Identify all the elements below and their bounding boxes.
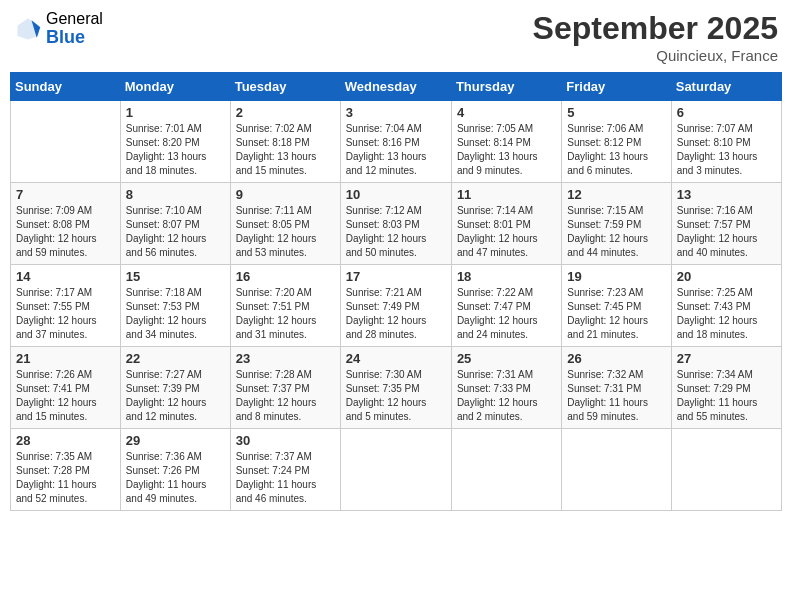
day-info: Sunrise: 7:06 AM Sunset: 8:12 PM Dayligh… xyxy=(567,122,665,178)
day-number: 18 xyxy=(457,269,556,284)
logo-text: General Blue xyxy=(46,10,103,47)
day-cell: 2Sunrise: 7:02 AM Sunset: 8:18 PM Daylig… xyxy=(230,101,340,183)
day-number: 27 xyxy=(677,351,776,366)
day-number: 26 xyxy=(567,351,665,366)
day-number: 22 xyxy=(126,351,225,366)
day-number: 19 xyxy=(567,269,665,284)
logo-icon xyxy=(14,15,42,43)
day-info: Sunrise: 7:20 AM Sunset: 7:51 PM Dayligh… xyxy=(236,286,335,342)
col-header-wednesday: Wednesday xyxy=(340,73,451,101)
day-info: Sunrise: 7:05 AM Sunset: 8:14 PM Dayligh… xyxy=(457,122,556,178)
day-number: 13 xyxy=(677,187,776,202)
day-info: Sunrise: 7:22 AM Sunset: 7:47 PM Dayligh… xyxy=(457,286,556,342)
day-cell: 29Sunrise: 7:36 AM Sunset: 7:26 PM Dayli… xyxy=(120,429,230,511)
day-number: 16 xyxy=(236,269,335,284)
day-cell: 7Sunrise: 7:09 AM Sunset: 8:08 PM Daylig… xyxy=(11,183,121,265)
day-cell xyxy=(451,429,561,511)
week-row-4: 21Sunrise: 7:26 AM Sunset: 7:41 PM Dayli… xyxy=(11,347,782,429)
day-info: Sunrise: 7:25 AM Sunset: 7:43 PM Dayligh… xyxy=(677,286,776,342)
day-info: Sunrise: 7:17 AM Sunset: 7:55 PM Dayligh… xyxy=(16,286,115,342)
day-cell: 4Sunrise: 7:05 AM Sunset: 8:14 PM Daylig… xyxy=(451,101,561,183)
day-cell: 8Sunrise: 7:10 AM Sunset: 8:07 PM Daylig… xyxy=(120,183,230,265)
day-cell: 17Sunrise: 7:21 AM Sunset: 7:49 PM Dayli… xyxy=(340,265,451,347)
day-info: Sunrise: 7:30 AM Sunset: 7:35 PM Dayligh… xyxy=(346,368,446,424)
day-number: 28 xyxy=(16,433,115,448)
day-info: Sunrise: 7:31 AM Sunset: 7:33 PM Dayligh… xyxy=(457,368,556,424)
day-number: 11 xyxy=(457,187,556,202)
day-number: 29 xyxy=(126,433,225,448)
day-cell: 19Sunrise: 7:23 AM Sunset: 7:45 PM Dayli… xyxy=(562,265,671,347)
day-number: 10 xyxy=(346,187,446,202)
day-cell xyxy=(671,429,781,511)
col-header-friday: Friday xyxy=(562,73,671,101)
logo: General Blue xyxy=(14,10,103,47)
day-info: Sunrise: 7:15 AM Sunset: 7:59 PM Dayligh… xyxy=(567,204,665,260)
day-info: Sunrise: 7:04 AM Sunset: 8:16 PM Dayligh… xyxy=(346,122,446,178)
col-header-sunday: Sunday xyxy=(11,73,121,101)
logo-general: General xyxy=(46,10,103,28)
day-cell: 5Sunrise: 7:06 AM Sunset: 8:12 PM Daylig… xyxy=(562,101,671,183)
day-info: Sunrise: 7:01 AM Sunset: 8:20 PM Dayligh… xyxy=(126,122,225,178)
day-cell xyxy=(11,101,121,183)
week-row-5: 28Sunrise: 7:35 AM Sunset: 7:28 PM Dayli… xyxy=(11,429,782,511)
day-number: 24 xyxy=(346,351,446,366)
calendar: SundayMondayTuesdayWednesdayThursdayFrid… xyxy=(10,72,782,511)
day-info: Sunrise: 7:28 AM Sunset: 7:37 PM Dayligh… xyxy=(236,368,335,424)
day-info: Sunrise: 7:12 AM Sunset: 8:03 PM Dayligh… xyxy=(346,204,446,260)
day-cell: 1Sunrise: 7:01 AM Sunset: 8:20 PM Daylig… xyxy=(120,101,230,183)
week-row-3: 14Sunrise: 7:17 AM Sunset: 7:55 PM Dayli… xyxy=(11,265,782,347)
col-header-saturday: Saturday xyxy=(671,73,781,101)
day-info: Sunrise: 7:36 AM Sunset: 7:26 PM Dayligh… xyxy=(126,450,225,506)
day-cell: 15Sunrise: 7:18 AM Sunset: 7:53 PM Dayli… xyxy=(120,265,230,347)
day-number: 8 xyxy=(126,187,225,202)
day-cell: 16Sunrise: 7:20 AM Sunset: 7:51 PM Dayli… xyxy=(230,265,340,347)
page-header: General Blue September 2025 Quincieux, F… xyxy=(10,10,782,64)
logo-blue: Blue xyxy=(46,28,103,48)
day-number: 14 xyxy=(16,269,115,284)
day-number: 9 xyxy=(236,187,335,202)
day-number: 7 xyxy=(16,187,115,202)
day-info: Sunrise: 7:14 AM Sunset: 8:01 PM Dayligh… xyxy=(457,204,556,260)
day-number: 15 xyxy=(126,269,225,284)
day-cell: 27Sunrise: 7:34 AM Sunset: 7:29 PM Dayli… xyxy=(671,347,781,429)
day-cell: 10Sunrise: 7:12 AM Sunset: 8:03 PM Dayli… xyxy=(340,183,451,265)
day-cell: 23Sunrise: 7:28 AM Sunset: 7:37 PM Dayli… xyxy=(230,347,340,429)
day-info: Sunrise: 7:18 AM Sunset: 7:53 PM Dayligh… xyxy=(126,286,225,342)
day-info: Sunrise: 7:11 AM Sunset: 8:05 PM Dayligh… xyxy=(236,204,335,260)
day-info: Sunrise: 7:09 AM Sunset: 8:08 PM Dayligh… xyxy=(16,204,115,260)
day-info: Sunrise: 7:07 AM Sunset: 8:10 PM Dayligh… xyxy=(677,122,776,178)
day-number: 21 xyxy=(16,351,115,366)
day-info: Sunrise: 7:27 AM Sunset: 7:39 PM Dayligh… xyxy=(126,368,225,424)
day-cell: 6Sunrise: 7:07 AM Sunset: 8:10 PM Daylig… xyxy=(671,101,781,183)
col-header-thursday: Thursday xyxy=(451,73,561,101)
day-cell: 24Sunrise: 7:30 AM Sunset: 7:35 PM Dayli… xyxy=(340,347,451,429)
day-number: 6 xyxy=(677,105,776,120)
week-row-1: 1Sunrise: 7:01 AM Sunset: 8:20 PM Daylig… xyxy=(11,101,782,183)
day-info: Sunrise: 7:21 AM Sunset: 7:49 PM Dayligh… xyxy=(346,286,446,342)
day-number: 30 xyxy=(236,433,335,448)
day-cell: 12Sunrise: 7:15 AM Sunset: 7:59 PM Dayli… xyxy=(562,183,671,265)
location: Quincieux, France xyxy=(533,47,778,64)
day-cell: 3Sunrise: 7:04 AM Sunset: 8:16 PM Daylig… xyxy=(340,101,451,183)
day-number: 2 xyxy=(236,105,335,120)
day-cell: 20Sunrise: 7:25 AM Sunset: 7:43 PM Dayli… xyxy=(671,265,781,347)
month-title: September 2025 xyxy=(533,10,778,47)
day-info: Sunrise: 7:16 AM Sunset: 7:57 PM Dayligh… xyxy=(677,204,776,260)
day-cell: 25Sunrise: 7:31 AM Sunset: 7:33 PM Dayli… xyxy=(451,347,561,429)
day-number: 23 xyxy=(236,351,335,366)
day-number: 20 xyxy=(677,269,776,284)
day-number: 4 xyxy=(457,105,556,120)
day-number: 1 xyxy=(126,105,225,120)
day-info: Sunrise: 7:02 AM Sunset: 8:18 PM Dayligh… xyxy=(236,122,335,178)
day-info: Sunrise: 7:23 AM Sunset: 7:45 PM Dayligh… xyxy=(567,286,665,342)
day-cell: 11Sunrise: 7:14 AM Sunset: 8:01 PM Dayli… xyxy=(451,183,561,265)
day-number: 5 xyxy=(567,105,665,120)
day-cell: 14Sunrise: 7:17 AM Sunset: 7:55 PM Dayli… xyxy=(11,265,121,347)
day-number: 12 xyxy=(567,187,665,202)
day-info: Sunrise: 7:37 AM Sunset: 7:24 PM Dayligh… xyxy=(236,450,335,506)
day-info: Sunrise: 7:26 AM Sunset: 7:41 PM Dayligh… xyxy=(16,368,115,424)
day-info: Sunrise: 7:35 AM Sunset: 7:28 PM Dayligh… xyxy=(16,450,115,506)
day-number: 17 xyxy=(346,269,446,284)
day-cell: 22Sunrise: 7:27 AM Sunset: 7:39 PM Dayli… xyxy=(120,347,230,429)
week-row-2: 7Sunrise: 7:09 AM Sunset: 8:08 PM Daylig… xyxy=(11,183,782,265)
